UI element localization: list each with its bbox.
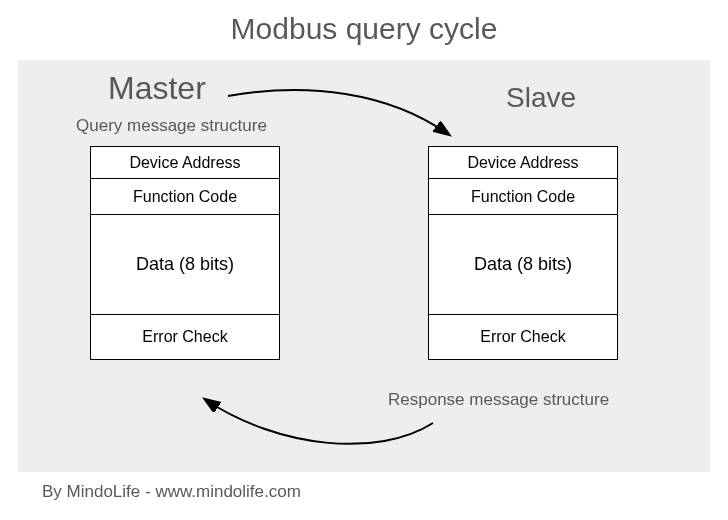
- slave-cell-error: Error Check: [429, 315, 617, 359]
- slave-message-table: Device Address Function Code Data (8 bit…: [428, 146, 618, 360]
- role-label-master: Master: [108, 70, 206, 107]
- slave-cell-function: Function Code: [429, 179, 617, 215]
- diagram-title: Modbus query cycle: [0, 0, 728, 46]
- role-label-slave: Slave: [506, 82, 576, 114]
- diagram-panel: Master Slave Query message structure Dev…: [18, 60, 710, 472]
- credit-line: By MindoLife - www.mindolife.com: [42, 482, 301, 502]
- master-cell-function: Function Code: [91, 179, 279, 215]
- master-message-table: Device Address Function Code Data (8 bit…: [90, 146, 280, 360]
- slave-cell-data: Data (8 bits): [429, 215, 617, 315]
- arrow-query-icon: [218, 74, 478, 154]
- arrow-response-icon: [188, 378, 448, 468]
- master-cell-error: Error Check: [91, 315, 279, 359]
- master-cell-data: Data (8 bits): [91, 215, 279, 315]
